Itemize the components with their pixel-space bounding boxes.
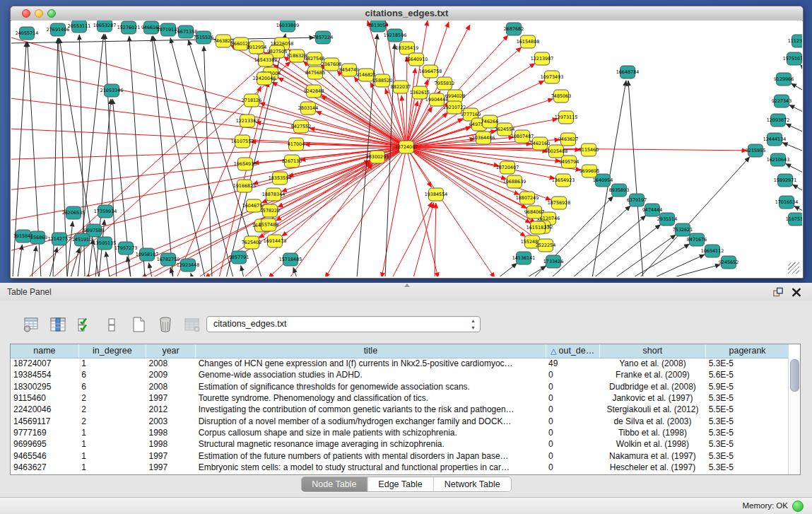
- graph-node[interactable]: 12093872: [767, 114, 790, 127]
- graph-edge[interactable]: [792, 185, 802, 193]
- delete-columns-button[interactable]: [155, 315, 175, 334]
- table-row[interactable]: 1872400712008Changes of HCN gene express…: [11, 358, 789, 369]
- column-header-title[interactable]: title: [196, 344, 546, 358]
- graph-node[interactable]: 12213363: [236, 115, 259, 127]
- table-cell[interactable]: Stergiakouli et al. (2012): [599, 404, 705, 415]
- network-graph[interactable]: 2405571427691406205531111065328715276021…: [11, 21, 802, 276]
- graph-node[interactable]: 9115460: [579, 144, 599, 156]
- table-cell[interactable]: 18724007: [11, 358, 78, 369]
- table-cell[interactable]: 0: [546, 381, 599, 392]
- graph-node[interactable]: 9215955: [746, 144, 765, 157]
- graph-node[interactable]: 3915841: [13, 230, 33, 243]
- graph-node[interactable]: 13654923: [552, 174, 575, 187]
- graph-node[interactable]: 9699695: [579, 165, 599, 177]
- table-row[interactable]: 1456911722003Disruption of a novel membe…: [11, 415, 789, 426]
- table-cell[interactable]: 49: [546, 358, 599, 369]
- graph-edge[interactable]: [786, 163, 802, 174]
- table-cell[interactable]: Franke et al. (2009): [599, 369, 705, 380]
- table-cell[interactable]: 1997: [146, 462, 196, 473]
- graph-node[interactable]: 2935114: [657, 213, 677, 226]
- graph-node[interactable]: 12213987: [531, 52, 554, 65]
- column-header-year[interactable]: year: [146, 344, 196, 358]
- table-cell[interactable]: 0: [546, 438, 599, 450]
- graph-node[interactable]: 9129966: [774, 73, 794, 86]
- graph-node[interactable]: 9227343: [772, 95, 792, 107]
- table-cell[interactable]: 0: [546, 415, 599, 426]
- network-view-window[interactable]: citations_edges.txt 24055714276914062055…: [10, 6, 804, 279]
- graph-node[interactable]: 1733426: [543, 255, 563, 268]
- table-cell[interactable]: Jankovic et al. (1997): [599, 392, 705, 404]
- graph-node[interactable]: 18720407: [496, 161, 519, 174]
- graph-node[interactable]: 15640910: [405, 53, 428, 66]
- table-row[interactable]: 1938455462009Genome-wide association stu…: [11, 369, 789, 380]
- graph-node[interactable]: 10654112: [701, 245, 724, 257]
- graph-node[interactable]: 1451910: [72, 233, 92, 246]
- graph-node[interactable]: 8935893: [609, 184, 629, 197]
- table-cell[interactable]: Hescheler et al. (1997): [599, 462, 705, 473]
- graph-edge[interactable]: [786, 124, 802, 134]
- tab-edge-table[interactable]: Edge Table: [367, 477, 433, 491]
- graph-node[interactable]: 417004: [288, 138, 305, 151]
- graph-node[interactable]: 1557489: [259, 218, 278, 231]
- table-cell[interactable]: Estimation of significance thresholds fo…: [196, 381, 546, 392]
- tab-network-table[interactable]: Network Table: [433, 477, 511, 491]
- table-cell[interactable]: 5.6E-5: [706, 369, 789, 380]
- graph-node[interactable]: 18878344: [262, 188, 286, 201]
- table-row[interactable]: 946362711997Embryonic stem cells: a mode…: [11, 462, 789, 473]
- unselect-all-button[interactable]: [102, 315, 121, 334]
- graph-node[interactable]: 8813054: [368, 21, 388, 32]
- table-cell[interactable]: Yano et al. (2008): [599, 358, 705, 369]
- table-cell[interactable]: 0: [546, 404, 599, 415]
- table-row[interactable]: 969969511998Structural magnetic resonanc…: [11, 438, 789, 450]
- graph-edge[interactable]: [191, 273, 192, 276]
- graph-node[interactable]: 12444134: [763, 133, 787, 146]
- table-cell[interactable]: 5.3E-5: [706, 392, 789, 404]
- graph-node[interactable]: 10973493: [541, 71, 564, 83]
- table-row[interactable]: 977716911998Corpus callosum shape and si…: [11, 427, 789, 438]
- close-panel-icon[interactable]: [791, 287, 802, 298]
- table-cell[interactable]: 9465546: [11, 450, 78, 461]
- graph-edge[interactable]: [800, 64, 802, 71]
- select-all-button[interactable]: [75, 315, 94, 334]
- create-column-button[interactable]: [129, 315, 148, 334]
- graph-node[interactable]: 19654935: [234, 158, 257, 170]
- table-cell[interactable]: 1: [78, 427, 146, 438]
- table-cell[interactable]: Embryonic stem cells: a model to study s…: [196, 462, 546, 473]
- table-cell[interactable]: 5.3E-5: [706, 358, 789, 369]
- table-cell[interactable]: 5.3E-5: [706, 438, 789, 450]
- graph-node[interactable]: 6994028: [445, 90, 465, 103]
- table-cell[interactable]: 5.3E-5: [706, 462, 789, 473]
- graph-node[interactable]: 15751074: [783, 52, 802, 65]
- graph-node[interactable]: 1167533: [786, 213, 802, 226]
- table-cell[interactable]: 5.5E-5: [706, 404, 789, 415]
- float-panel-icon[interactable]: [772, 287, 784, 298]
- graph-edge[interactable]: [290, 164, 372, 276]
- table-cell[interactable]: Estimation of the future numbers of pati…: [196, 450, 546, 461]
- vertical-scrollbar[interactable]: [788, 358, 800, 474]
- graph-node[interactable]: 9857791: [229, 251, 249, 264]
- graph-node[interactable]: 20364486: [472, 132, 495, 144]
- graph-node[interactable]: 10653287: [93, 21, 117, 32]
- graph-edge[interactable]: [551, 206, 630, 276]
- table-cell[interactable]: 14569117: [11, 415, 78, 426]
- table-cell[interactable]: 0: [546, 369, 599, 380]
- table-cell[interactable]: 1: [78, 438, 146, 450]
- graph-node[interactable]: 8427552: [291, 120, 311, 133]
- graph-edge[interactable]: [594, 224, 661, 276]
- table-cell[interactable]: de Silva et al. (2003): [599, 415, 705, 426]
- graph-node[interactable]: 16154808: [517, 35, 540, 48]
- graph-edge[interactable]: [654, 255, 705, 276]
- table-cell[interactable]: 5.3E-5: [706, 415, 789, 426]
- graph-node[interactable]: 17957273: [114, 242, 138, 255]
- table-cell[interactable]: 0: [546, 427, 599, 438]
- graph-edge[interactable]: [11, 96, 406, 147]
- graph-edge[interactable]: [67, 221, 73, 276]
- graph-node[interactable]: 9684067: [524, 206, 544, 218]
- table-cell[interactable]: 1997: [146, 392, 196, 404]
- table-cell[interactable]: Genome-wide association studies in ADHD.: [196, 369, 546, 380]
- graph-node[interactable]: 8822037: [391, 81, 411, 93]
- graph-node[interactable]: 11123816: [788, 35, 802, 47]
- graph-node[interactable]: 18756928: [548, 197, 571, 209]
- graph-edge[interactable]: [406, 101, 418, 147]
- table-cell[interactable]: 2012: [146, 404, 196, 415]
